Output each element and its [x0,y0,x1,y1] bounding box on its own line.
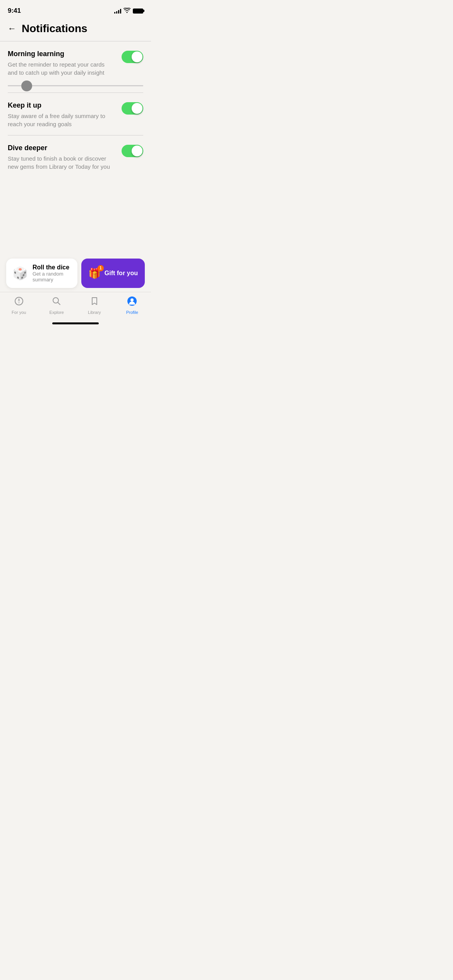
status-icons [114,8,143,14]
slider-track [8,85,143,86]
morning-slider-container [8,84,143,93]
gift-badge: 1 [98,265,104,271]
nav-item-library[interactable]: Library [76,296,113,315]
gift-label: Gift for you [105,270,138,277]
dive-deeper-toggle[interactable] [122,145,143,157]
roll-dice-card[interactable]: 🎲 Roll the dice Get a random summary [6,259,77,288]
keep-it-up-toggle[interactable] [122,102,143,115]
status-bar: 9:41 [0,0,151,19]
toggle-knob-3 [132,146,142,156]
notification-morning-learning: Morning learning Get the reminder to rep… [8,41,143,84]
roll-dice-subtitle: Get a random summary [33,271,71,283]
compass-icon [14,296,24,308]
dice-icon: 🎲 [12,266,28,281]
slider-thumb[interactable] [21,81,32,91]
roll-dice-title: Roll the dice [33,264,71,271]
keep-it-up-desc: Stay aware of a free daily summary to re… [8,112,115,128]
wifi-icon [124,8,130,14]
nav-item-for-you[interactable]: For you [0,296,38,315]
signal-icon [114,8,121,14]
nav-item-explore[interactable]: Explore [38,296,76,315]
morning-learning-desc: Get the reminder to repeat your cards an… [8,60,115,77]
nav-label-for-you: For you [12,310,26,315]
floating-cards: 🎲 Roll the dice Get a random summary 🎁 1… [0,259,151,288]
page-header: ← Notifications [0,19,151,41]
morning-learning-title: Morning learning [8,50,115,58]
svg-marker-2 [18,301,20,304]
notifications-list: Morning learning Get the reminder to rep… [0,41,151,178]
nav-label-profile: Profile [126,310,138,315]
gift-card[interactable]: 🎁 1 Gift for you [81,259,145,288]
person-icon [127,296,137,308]
svg-point-6 [130,298,134,302]
toggle-knob [132,51,142,62]
battery-icon [133,9,143,14]
dive-deeper-desc: Stay tuned to finish a book or discover … [8,154,115,171]
status-time: 9:41 [8,7,21,15]
home-indicator [52,322,99,324]
svg-line-4 [58,303,60,305]
page-title: Notifications [22,22,88,35]
toggle-knob-2 [132,103,142,114]
dive-deeper-title: Dive deeper [8,144,115,152]
keep-it-up-title: Keep it up [8,101,115,110]
nav-item-profile[interactable]: Profile [113,296,151,315]
morning-learning-toggle[interactable] [122,51,143,63]
search-icon [51,296,62,308]
notification-keep-it-up: Keep it up Stay aware of a free daily su… [8,93,143,135]
notification-dive-deeper: Dive deeper Stay tuned to finish a book … [8,135,143,178]
nav-label-library: Library [88,310,101,315]
nav-label-explore: Explore [50,310,64,315]
bottom-nav: For you Explore Library Profile [0,292,151,327]
gift-icon-wrapper: 🎁 1 [88,267,101,279]
svg-marker-1 [18,298,20,301]
bookmark-icon [89,296,100,308]
back-button[interactable]: ← [8,24,16,34]
